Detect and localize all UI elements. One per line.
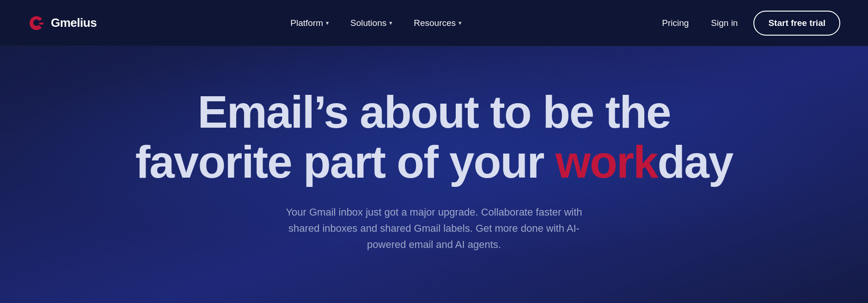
hero-title-line2: favorite part of your workday <box>135 136 733 187</box>
nav-solutions[interactable]: Solutions ▾ <box>342 13 401 33</box>
nav-right: Pricing Sign in Start free trial <box>655 11 840 36</box>
logo-link[interactable]: Gmelius <box>28 14 97 32</box>
pricing-link[interactable]: Pricing <box>655 13 695 33</box>
nav-resources[interactable]: Resources ▾ <box>405 13 470 33</box>
nav-center: Platform ▾ Solutions ▾ Resources ▾ <box>282 13 470 33</box>
hero-section: Email’s about to be the favorite part of… <box>0 46 868 303</box>
resources-label: Resources <box>414 18 456 28</box>
hero-title: Email’s about to be the favorite part of… <box>135 87 733 187</box>
logo-text: Gmelius <box>51 16 97 30</box>
signin-link[interactable]: Sign in <box>704 13 744 33</box>
gmelius-logo-icon <box>28 14 45 32</box>
solutions-label: Solutions <box>350 18 386 28</box>
nav-platform[interactable]: Platform ▾ <box>282 13 337 33</box>
hero-title-line1: Email’s about to be the <box>197 87 670 137</box>
hero-subtitle: Your Gmail inbox just got a major upgrad… <box>277 204 591 253</box>
hero-title-highlight: work <box>556 136 658 187</box>
solutions-chevron-icon: ▾ <box>389 19 392 26</box>
navbar: Gmelius Platform ▾ Solutions ▾ Resources… <box>0 0 868 46</box>
resources-chevron-icon: ▾ <box>458 19 462 26</box>
start-free-trial-button[interactable]: Start free trial <box>753 11 840 36</box>
platform-label: Platform <box>290 18 323 28</box>
platform-chevron-icon: ▾ <box>326 19 329 26</box>
